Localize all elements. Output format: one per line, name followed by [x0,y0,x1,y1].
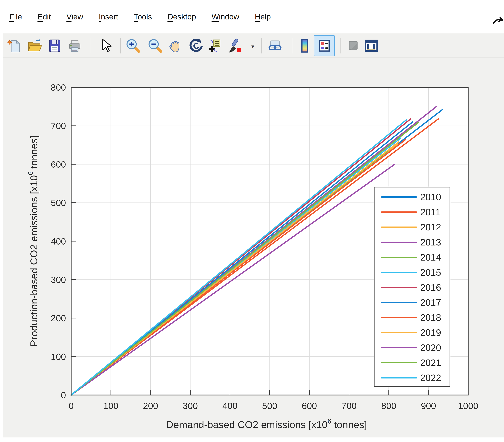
save-figure-icon[interactable] [47,37,63,54]
legend-label: 2011 [420,207,440,217]
legend-label: 2012 [420,222,441,232]
y-axis-label-sup: 6 [27,171,34,175]
zoom-out-icon[interactable] [147,37,163,54]
y-tick-label: 300 [51,275,66,285]
legend-entry-2015[interactable]: 2015 [375,265,450,280]
legend-line-swatch [381,242,417,243]
menu-edit[interactable]: Edit [37,12,51,21]
legend-line-swatch [381,302,417,303]
legend-entry-2013[interactable]: 2013 [375,235,450,250]
legend-entry-2016[interactable]: 2016 [375,280,450,295]
legend-label: 2019 [420,327,441,338]
legend-label: 2017 [420,297,441,308]
rotate-3d-icon[interactable] [187,37,204,54]
x-tick-label: 600 [302,401,317,411]
y-axis-label-text: Production-based CO2 emissions [x10 [28,175,39,347]
menu-help[interactable]: Help [255,12,271,21]
legend-line-swatch [381,347,417,348]
legend-line-swatch [381,377,417,378]
legend-line-swatch [381,272,417,273]
legend-entry-2021[interactable]: 2021 [375,355,450,370]
legend-line-swatch [381,227,417,228]
brush-data-icon[interactable] [227,37,243,54]
y-tick-label: 200 [51,313,66,323]
x-tick-label: 900 [421,401,436,411]
legend-label: 2015 [420,267,441,278]
legend-entry-2022[interactable]: 2022 [375,370,450,385]
figure-toolbar: ▾ [3,33,504,57]
toolbar-separator [292,38,292,53]
menu-window[interactable]: Window [212,12,239,21]
open-file-icon[interactable] [26,37,42,54]
y-tick-label: 400 [51,236,66,247]
menu-view[interactable]: View [66,12,83,21]
legend-label: 2022 [420,372,441,383]
new-figure-icon[interactable] [6,37,22,54]
legend-entry-2019[interactable]: 2019 [375,325,450,340]
legend-entry-2020[interactable]: 2020 [375,340,450,355]
legend-line-swatch [381,257,417,258]
legend-line-swatch [381,332,417,333]
menu-desktop[interactable]: Desktop [167,12,196,21]
insert-legend-icon[interactable] [314,35,335,56]
legend[interactable]: 2010201120122013201420152016201720182019… [374,187,450,387]
y-tick-label: 600 [51,159,66,169]
menu-file[interactable]: File [9,12,22,21]
x-tick-label: 100 [103,401,118,411]
x-axis-label: Demand-based CO2 emissions [x106 tonnes] [68,417,465,430]
legend-entry-2010[interactable]: 2010 [375,189,450,204]
x-axis-label-sup: 6 [327,417,331,425]
legend-label: 2021 [420,357,441,368]
legend-entry-2012[interactable]: 2012 [375,220,450,235]
figure-canvas[interactable]: 0100200300400500600700800900100001002003… [3,58,504,438]
legend-line-swatch [381,287,417,288]
dock-figure-icon[interactable] [363,37,379,54]
x-tick-label: 1000 [458,401,478,411]
menu-tools[interactable]: Tools [134,12,152,21]
legend-line-swatch [381,212,417,213]
legend-label: 2020 [420,342,441,353]
insert-colorbar-icon[interactable] [297,37,313,54]
y-axis-label-rest: tonnes] [28,136,39,171]
y-tick-label: 700 [51,121,66,131]
x-tick-label: 700 [342,401,357,411]
edit-plot-pointer-icon[interactable] [97,37,113,54]
legend-entry-2018[interactable]: 2018 [375,310,450,325]
x-tick-label: 0 [69,401,73,411]
toolbar-separator [90,38,91,53]
x-tick-label: 200 [143,401,158,411]
x-tick-label: 800 [381,401,396,411]
legend-line-swatch [381,317,417,318]
x-tick-label: 400 [222,401,237,411]
brush-dropdown-caret[interactable]: ▾ [251,43,254,50]
y-tick-label: 0 [61,390,66,400]
x-tick-label: 300 [183,401,198,411]
matlab-figure-window: { "window": { "figure_bg": "#f1f1ef", "m… [0,0,504,442]
legend-entry-2011[interactable]: 2011 [375,204,450,220]
toolbar-separator [341,38,341,53]
x-axis-label-text: Demand-based CO2 emissions [x10 [166,419,327,430]
print-figure-icon[interactable] [67,37,83,54]
x-axis-label-rest: tonnes] [331,419,367,430]
plot-tools-icon[interactable] [345,37,361,54]
toolbar-separator [120,38,121,53]
menu-insert[interactable]: Insert [99,12,118,21]
legend-entry-2017[interactable]: 2017 [375,295,450,310]
link-plot-icon[interactable] [267,37,283,54]
zoom-in-icon[interactable] [125,37,141,54]
data-cursor-icon[interactable] [207,37,223,54]
y-tick-label: 800 [51,82,66,92]
legend-line-swatch [381,362,417,363]
pan-icon[interactable] [167,37,183,54]
menu-bar: FileEditViewInsertToolsDesktopWindowHelp [5,8,504,26]
y-axis-label: Production-based CO2 emissions [x106 ton… [27,136,39,347]
window-corner-arrow-icon [493,14,504,29]
y-tick-label: 100 [51,352,66,362]
legend-label: 2016 [420,282,441,293]
legend-label: 2010 [420,192,441,202]
legend-entry-2014[interactable]: 2014 [375,250,450,265]
y-tick-label: 500 [51,198,66,208]
legend-label: 2013 [420,237,441,248]
toolbar-separator [261,38,262,53]
legend-label: 2018 [420,312,441,323]
